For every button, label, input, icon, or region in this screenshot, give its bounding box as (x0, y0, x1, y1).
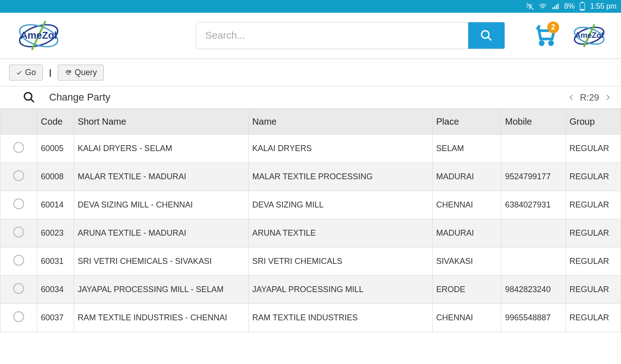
cell-short: KALAI DRYERS - SELAM (74, 135, 248, 163)
col-mobile: Mobile (501, 109, 565, 135)
table-header-row: Code Short Name Name Place Mobile Group (0, 109, 621, 135)
radio-icon[interactable] (13, 142, 24, 153)
cell-short: MALAR TEXTILE - MADURAI (74, 163, 248, 191)
brand-mini-text: AmeZol (575, 31, 603, 40)
search-icon (480, 29, 493, 42)
cell-short: JAYAPAL PROCESSING MILL - SELAM (74, 276, 248, 304)
cell-group: REGULAR (565, 163, 621, 191)
cell-mobile: 9965548887 (501, 304, 565, 332)
cell-place: CHENNAI (432, 191, 501, 219)
search-icon[interactable] (23, 91, 35, 104)
record-indicator: R:29 (580, 92, 599, 103)
battery-icon (579, 2, 586, 11)
cell-mobile: 9842823240 (501, 276, 565, 304)
cell-mobile (501, 219, 565, 248)
cell-mobile: 6384027931 (501, 191, 565, 219)
svg-rect-3 (581, 9, 584, 10)
search-button[interactable] (468, 22, 505, 49)
cell-place: SIVAKASI (432, 248, 501, 276)
brand-text: AmeZol (20, 30, 57, 41)
cell-place: CHENNAI (432, 304, 501, 332)
cell-code: 60014 (37, 191, 74, 219)
cart-badge: 2 (547, 21, 559, 33)
cell-name: MALAR TEXTILE PROCESSING (248, 163, 432, 191)
cell-select[interactable] (0, 304, 37, 332)
query-button[interactable]: Query (58, 65, 104, 81)
cell-name: SRI VETRI CHEMICALS (248, 248, 432, 276)
cell-short: ARUNA TEXTILE - MADURAI (74, 219, 248, 248)
cell-select[interactable] (0, 219, 37, 248)
radio-icon[interactable] (13, 227, 24, 238)
refresh-icon (65, 69, 72, 76)
cell-group: REGULAR (565, 304, 621, 332)
go-button[interactable]: Go (9, 65, 43, 81)
table-row[interactable]: 60023ARUNA TEXTILE - MADURAIARUNA TEXTIL… (0, 219, 621, 248)
search-wrap (196, 22, 505, 49)
battery-text: 8% (564, 2, 575, 10)
cell-group: REGULAR (565, 219, 621, 248)
toolbar-divider: | (49, 68, 51, 77)
cell-name: JAYAPAL PROCESSING MILL (248, 276, 432, 304)
cell-short: RAM TEXTILE INDUSTRIES - CHENNAI (74, 304, 248, 332)
cell-name: RAM TEXTILE INDUSTRIES (248, 304, 432, 332)
cell-short: DEVA SIZING MILL - CHENNAI (74, 191, 248, 219)
check-icon (16, 70, 22, 76)
table-row[interactable]: 60008MALAR TEXTILE - MADURAIMALAR TEXTIL… (0, 163, 621, 191)
status-bar: 8% 1:55 pm (0, 0, 621, 13)
search-input[interactable] (196, 22, 468, 49)
cell-group: REGULAR (565, 276, 621, 304)
logo-mini: AmeZol (566, 21, 612, 51)
cell-group: REGULAR (565, 135, 621, 163)
cell-short: SRI VETRI CHEMICALS - SIVAKASI (74, 248, 248, 276)
svg-rect-2 (581, 2, 583, 3)
cell-select[interactable] (0, 276, 37, 304)
cell-code: 60005 (37, 135, 74, 163)
cell-group: REGULAR (565, 248, 621, 276)
cell-name: DEVA SIZING MILL (248, 191, 432, 219)
svg-point-8 (25, 93, 32, 100)
svg-line-5 (488, 37, 491, 40)
cart-button[interactable]: 2 (532, 22, 557, 49)
cell-code: 60008 (37, 163, 74, 191)
cell-code: 60023 (37, 219, 74, 248)
app-header: AmeZol 2 AmeZol (0, 13, 621, 59)
table-row[interactable]: 60005KALAI DRYERS - SELAMKALAI DRYERSSEL… (0, 135, 621, 163)
toolbar: Go | Query (0, 59, 621, 86)
table-row[interactable]: 60037RAM TEXTILE INDUSTRIES - CHENNAIRAM… (0, 304, 621, 332)
cell-group: REGULAR (565, 191, 621, 219)
clock-text: 1:55 pm (590, 2, 616, 10)
table-row[interactable]: 60031SRI VETRI CHEMICALS - SIVAKASISRI V… (0, 248, 621, 276)
cell-select[interactable] (0, 248, 37, 276)
cell-place: MADURAI (432, 163, 501, 191)
cell-select[interactable] (0, 191, 37, 219)
cell-name: KALAI DRYERS (248, 135, 432, 163)
cell-place: ERODE (432, 276, 501, 304)
table-row[interactable]: 60014DEVA SIZING MILL - CHENNAIDEVA SIZI… (0, 191, 621, 219)
radio-icon[interactable] (13, 283, 24, 294)
radio-icon[interactable] (13, 170, 24, 181)
signal-icon (551, 2, 560, 10)
col-group: Group (565, 109, 621, 135)
logo: AmeZol (9, 17, 68, 54)
cell-select[interactable] (0, 135, 37, 163)
chevron-right-icon[interactable] (604, 93, 612, 101)
col-name: Name (248, 109, 432, 135)
mute-icon (526, 2, 534, 10)
svg-point-4 (482, 31, 489, 38)
chevron-left-icon[interactable] (567, 93, 576, 101)
cell-place: MADURAI (432, 219, 501, 248)
cell-code: 60037 (37, 304, 74, 332)
col-code: Code (37, 109, 74, 135)
cell-select[interactable] (0, 163, 37, 191)
section-title: Change Party (49, 91, 567, 103)
svg-line-9 (31, 99, 34, 102)
table-row[interactable]: 60034JAYAPAL PROCESSING MILL - SELAMJAYA… (0, 276, 621, 304)
radio-icon[interactable] (13, 311, 24, 322)
radio-icon[interactable] (13, 255, 24, 266)
cell-code: 60034 (37, 276, 74, 304)
cell-mobile: 9524799177 (501, 163, 565, 191)
radio-icon[interactable] (13, 198, 24, 209)
cell-code: 60031 (37, 248, 74, 276)
svg-point-7 (550, 41, 553, 45)
party-table: Code Short Name Name Place Mobile Group … (0, 109, 621, 332)
